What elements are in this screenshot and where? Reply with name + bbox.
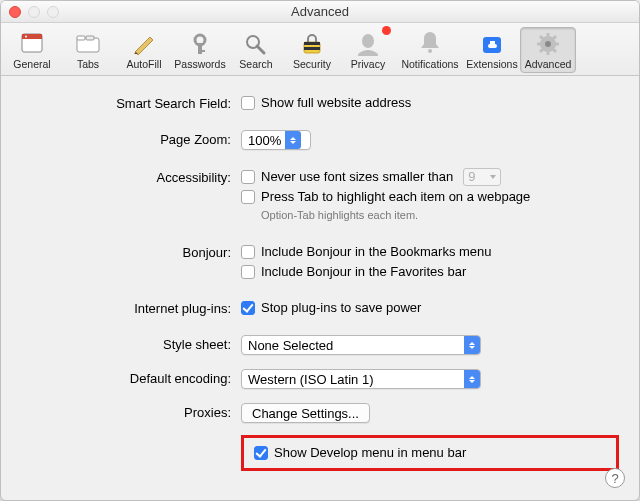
zoom-icon[interactable] (47, 6, 59, 18)
show-full-url-checkbox[interactable]: Show full website address (241, 94, 619, 112)
chevron-updown-icon (464, 370, 480, 388)
minimize-icon[interactable] (28, 6, 40, 18)
toolbar-tabs[interactable]: Tabs (60, 27, 116, 73)
help-button[interactable]: ? (605, 468, 625, 488)
toolbar-search[interactable]: Search (228, 27, 284, 73)
min-font-size-stepper[interactable]: 9 (463, 168, 501, 186)
preferences-window: Advanced General Tabs AutoFill Passwords… (0, 0, 640, 501)
checkbox-label: Show Develop menu in menu bar (274, 444, 466, 462)
bonjour-bookmarks-checkbox[interactable]: Include Bonjour in the Bookmarks menu (241, 243, 619, 261)
toolbar-label: Passwords (174, 58, 225, 70)
titlebar: Advanced (1, 1, 639, 23)
checkbox-label: Include Bonjour in the Bookmarks menu (261, 243, 492, 261)
svg-point-18 (545, 41, 551, 47)
security-icon (298, 32, 326, 56)
svg-line-25 (553, 36, 556, 39)
toolbar-label: Security (293, 58, 331, 70)
close-icon[interactable] (9, 6, 21, 18)
general-icon (18, 32, 46, 56)
advanced-icon (534, 32, 562, 56)
page-zoom-label: Page Zoom: (21, 130, 241, 147)
change-settings-button[interactable]: Change Settings... (241, 403, 370, 423)
toolbar-label: Extensions (466, 58, 517, 70)
svg-rect-5 (86, 36, 94, 40)
show-develop-menu-checkbox[interactable]: Show Develop menu in menu bar (254, 444, 606, 462)
toolbar-label: Advanced (525, 58, 572, 70)
toolbar-label: Privacy (351, 58, 385, 70)
select-value: Western (ISO Latin 1) (248, 372, 373, 387)
checkbox-label: Never use font sizes smaller than (261, 168, 453, 186)
svg-line-26 (540, 49, 543, 52)
svg-rect-4 (77, 36, 85, 40)
toolbar-extensions[interactable]: Extensions (464, 27, 520, 73)
svg-rect-12 (304, 42, 320, 45)
stop-plugins-checkbox[interactable]: Stop plug-ins to save power (241, 299, 619, 317)
svg-rect-7 (198, 43, 202, 54)
toolbar-general[interactable]: General (4, 27, 60, 73)
toolbar-label: General (13, 58, 50, 70)
toolbar-passwords[interactable]: Passwords (172, 27, 228, 73)
chevron-updown-icon (285, 131, 301, 149)
svg-point-14 (362, 34, 374, 48)
plugins-label: Internet plug-ins: (21, 299, 241, 316)
svg-line-24 (553, 49, 556, 52)
toolbar-security[interactable]: Security (284, 27, 340, 73)
checkbox-label: Show full website address (261, 94, 411, 112)
toolbar-label: Notifications (401, 58, 458, 70)
checkbox-label: Press Tab to highlight each item on a we… (261, 188, 530, 206)
search-icon (242, 32, 270, 56)
toolbar-label: Tabs (77, 58, 99, 70)
proxies-label: Proxies: (21, 403, 241, 420)
traffic-lights (9, 6, 59, 18)
stylesheet-select[interactable]: None Selected (241, 335, 481, 355)
button-label: Change Settings... (252, 406, 359, 421)
highlight-annotation: Show Develop menu in menu bar (241, 435, 619, 471)
svg-rect-13 (304, 47, 320, 50)
svg-rect-8 (198, 50, 205, 52)
encoding-label: Default encoding: (21, 369, 241, 386)
svg-point-15 (428, 49, 432, 53)
extensions-icon (478, 32, 506, 56)
toolbar-notifications[interactable]: Notifications (396, 27, 464, 73)
notifications-icon (416, 32, 444, 56)
encoding-select[interactable]: Western (ISO Latin 1) (241, 369, 481, 389)
svg-point-2 (25, 36, 27, 38)
stylesheet-label: Style sheet: (21, 335, 241, 352)
notification-badge-icon (382, 26, 391, 35)
bonjour-label: Bonjour: (21, 243, 241, 260)
bonjour-favorites-checkbox[interactable]: Include Bonjour in the Favorites bar (241, 263, 619, 281)
svg-line-23 (540, 36, 543, 39)
passwords-icon (186, 32, 214, 56)
toolbar-label: AutoFill (126, 58, 161, 70)
toolbar-privacy[interactable]: Privacy (340, 27, 396, 73)
help-icon: ? (611, 471, 618, 486)
checkbox-label: Stop plug-ins to save power (261, 299, 421, 317)
window-title: Advanced (291, 4, 349, 19)
autofill-icon (130, 32, 158, 56)
min-font-size-checkbox[interactable]: Never use font sizes smaller than 9 (241, 168, 619, 186)
toolbar-label: Search (239, 58, 272, 70)
press-tab-checkbox[interactable]: Press Tab to highlight each item on a we… (241, 188, 619, 206)
accessibility-label: Accessibility: (21, 168, 241, 185)
toolbar-autofill[interactable]: AutoFill (116, 27, 172, 73)
svg-line-10 (257, 46, 264, 53)
select-value: 100% (248, 133, 281, 148)
toolbar: General Tabs AutoFill Passwords Search S… (1, 23, 639, 76)
press-tab-hint: Option-Tab highlights each item. (241, 209, 619, 221)
chevron-updown-icon (464, 336, 480, 354)
select-value: None Selected (248, 338, 333, 353)
page-zoom-select[interactable]: 100% (241, 130, 311, 150)
privacy-icon (354, 32, 382, 56)
content-pane: Smart Search Field: Show full website ad… (1, 76, 639, 471)
smart-search-label: Smart Search Field: (21, 94, 241, 111)
tabs-icon (74, 32, 102, 56)
toolbar-advanced[interactable]: Advanced (520, 27, 576, 73)
checkbox-label: Include Bonjour in the Favorites bar (261, 263, 466, 281)
